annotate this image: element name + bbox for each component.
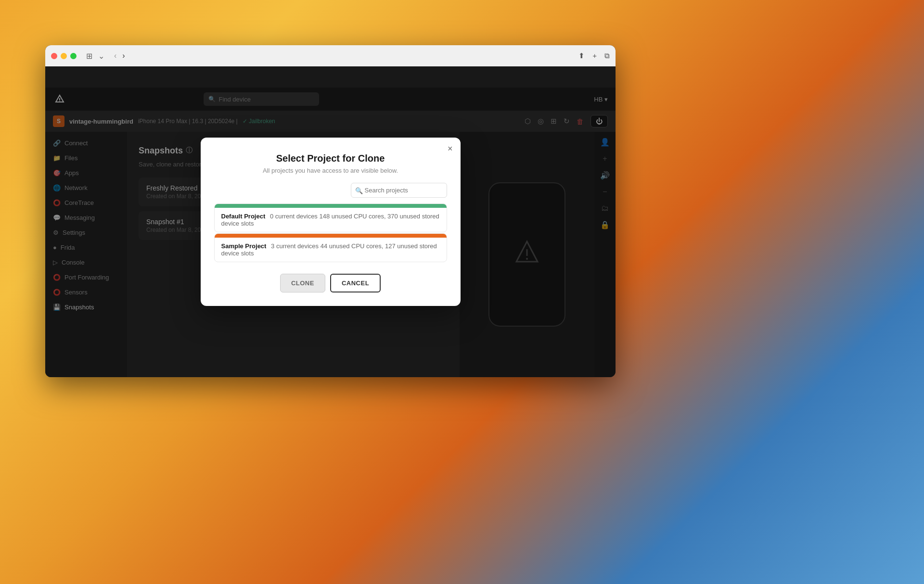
nav-arrows: ‹ › [112, 51, 127, 61]
back-arrow-icon[interactable]: ‹ [112, 51, 118, 61]
modal-actions: CLONE CANCEL [214, 274, 447, 292]
traffic-lights [51, 53, 77, 59]
modal-overlay: × Select Project for Clone All projects … [45, 66, 616, 377]
project-name-sample: Sample Project [221, 242, 267, 250]
browser-window: ⊞ ⌄ ‹ › ⬆ + ⧉ 🔍 Find device [45, 45, 616, 377]
close-button[interactable] [51, 53, 57, 59]
project-bar-sample [215, 234, 447, 238]
search-icon: 🔍 [355, 187, 363, 194]
project-bar-default [215, 204, 447, 208]
sidebar-toggle-icon[interactable]: ⊞ [86, 51, 92, 61]
modal-subtitle: All projects you have access to are visi… [214, 167, 447, 174]
project-item-default[interactable]: Default Project 0 current devices 148 un… [214, 203, 447, 232]
search-projects-input[interactable] [351, 183, 447, 198]
project-name-default: Default Project [221, 213, 266, 220]
modal-title: Select Project for Clone [214, 153, 447, 164]
project-list: Default Project 0 current devices 148 un… [214, 203, 447, 262]
tabs-icon[interactable]: ⧉ [604, 51, 610, 60]
minimize-button[interactable] [61, 53, 67, 59]
forward-arrow-icon[interactable]: › [120, 51, 127, 61]
cancel-button[interactable]: CANCEL [330, 274, 381, 292]
search-container: 🔍 [214, 183, 447, 198]
modal-close-button[interactable]: × [448, 144, 453, 153]
add-tab-icon[interactable]: + [592, 51, 597, 60]
search-input-wrapper: 🔍 [351, 183, 447, 198]
project-item-sample[interactable]: Sample Project 3 current devices 44 unus… [214, 233, 447, 262]
project-details-sample: Sample Project 3 current devices 44 unus… [215, 238, 447, 262]
chevron-down-icon: ⌄ [98, 51, 104, 61]
clone-project-modal: × Select Project for Clone All projects … [201, 138, 461, 306]
clone-button[interactable]: CLONE [280, 274, 325, 292]
share-icon[interactable]: ⬆ [578, 51, 585, 60]
title-bar-actions: ⬆ + ⧉ [578, 51, 610, 60]
maximize-button[interactable] [70, 53, 77, 59]
title-bar: ⊞ ⌄ ‹ › ⬆ + ⧉ [45, 45, 616, 66]
project-details-default: Default Project 0 current devices 148 un… [215, 208, 447, 232]
